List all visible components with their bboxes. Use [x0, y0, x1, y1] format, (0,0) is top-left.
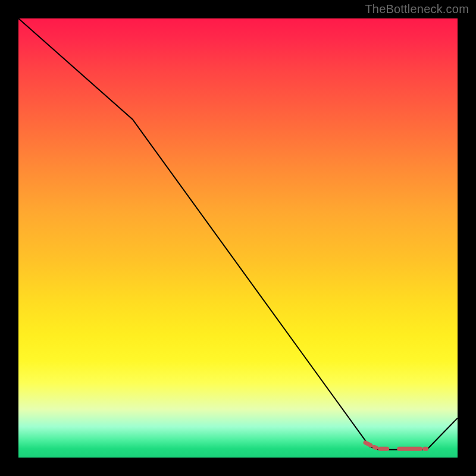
chart-frame: TheBottleneck.com — [0, 0, 476, 476]
watermark-text: TheBottleneck.com — [365, 2, 469, 16]
series-curve — [18, 18, 458, 450]
chart-svg — [18, 18, 458, 458]
plot-area — [18, 18, 458, 458]
series-flat-marker — [365, 443, 427, 449]
